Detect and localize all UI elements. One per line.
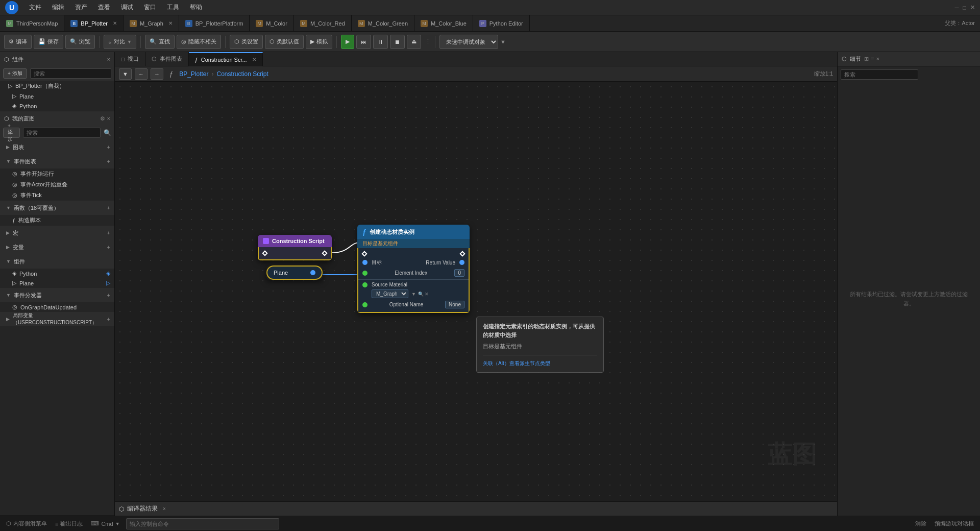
breadcrumb-bp[interactable]: BP_Plotter — [179, 70, 208, 78]
menu-edit[interactable]: 编辑 — [48, 2, 68, 13]
content-browser-btn[interactable]: ⬡ 内容侧滑菜单 — [4, 520, 49, 527]
canvas-tab-viewport[interactable]: □ 视口 — [115, 52, 145, 66]
local-vars-header[interactable]: ▶ 局部变量（USERCONSTRUCTIONSCRIPT） + — [0, 312, 114, 326]
variables-add-icon[interactable]: + — [107, 244, 110, 250]
blueprint-search-input[interactable] — [23, 128, 101, 138]
graph-section-header[interactable]: ▶ 图表 + — [0, 140, 114, 154]
minimize-btn[interactable]: ─ — [955, 5, 959, 11]
dispatchers-header[interactable]: ▼ 事件分发器 + — [0, 288, 114, 302]
mat-clear-icon[interactable]: ✕ — [425, 292, 429, 297]
play-button[interactable]: ▶ — [341, 35, 354, 49]
tab-Python_Editor[interactable]: P Python Editor — [473, 15, 530, 32]
nav-back-btn[interactable]: ← — [135, 68, 148, 80]
local-vars-add-icon[interactable]: + — [107, 316, 110, 322]
tab-M_Graph[interactable]: M M_Graph ✕ — [124, 15, 179, 32]
tab-M_Color_Blue[interactable]: M M_Color_Blue — [414, 15, 473, 32]
var-python[interactable]: ◈ Python ◈ — [0, 269, 114, 278]
settings-icon[interactable]: ⚙ — [100, 115, 105, 122]
source-material-select[interactable]: M_Graph — [372, 289, 408, 298]
construction-script-item[interactable]: ƒ 构造脚本 — [0, 215, 114, 226]
output-log-btn[interactable]: ≡ 输出日志 — [53, 520, 85, 527]
canvas-tab-construction[interactable]: ƒ Construction Scr... ✕ — [189, 52, 263, 66]
dismiss-btn[interactable]: 消除 — [913, 520, 928, 527]
components-header[interactable]: ⬡ 组件 × — [0, 52, 114, 66]
menu-file[interactable]: 文件 — [25, 2, 45, 13]
tree-item-plane[interactable]: ▷ Plane — [0, 91, 114, 101]
tab-M_Color[interactable]: M M_Color — [250, 15, 294, 32]
menu-debug[interactable]: 调试 — [117, 2, 137, 13]
console-input[interactable] — [126, 518, 279, 529]
component-search-input[interactable] — [30, 68, 111, 79]
maximize-btn[interactable]: □ — [963, 5, 966, 11]
tab-ThirdPersonMap[interactable]: M ThirdPersonMap — [0, 15, 64, 32]
compile-button[interactable]: ⚙ 编译 — [4, 35, 32, 49]
event-graph-header[interactable]: ▼ 事件图表 + — [0, 154, 114, 168]
plane-node[interactable]: Plane — [266, 266, 323, 280]
dispatchers-add-icon[interactable]: + — [107, 292, 110, 298]
event-actor-begin-overlap[interactable]: ◎ 事件Actor开始重叠 — [0, 179, 114, 190]
graph-canvas[interactable]: Construction Script Plane ⠿ — [115, 82, 837, 501]
pause-button[interactable]: ⏸ — [373, 35, 388, 49]
menu-tools[interactable]: 工具 — [163, 2, 183, 13]
tree-root[interactable]: ▷ BP_Plotter（自我） — [0, 81, 114, 91]
learn-btn[interactable]: 预编游玩对话框 — [933, 520, 976, 527]
save-button[interactable]: 💾 保存 — [34, 35, 63, 49]
macros-header[interactable]: ▶ 宏 + — [0, 226, 114, 240]
menu-help[interactable]: 帮助 — [186, 2, 206, 13]
eject-button[interactable]: ⏏ — [407, 35, 421, 49]
nav-forward-btn[interactable]: → — [151, 68, 163, 80]
compiler-close-icon[interactable]: × — [163, 506, 166, 512]
nav-dropdown-btn[interactable]: ▼ — [119, 68, 132, 80]
canvas-tab-event-graph[interactable]: ⬡ 事件图表 — [145, 52, 189, 66]
functions-add-icon[interactable]: + — [107, 205, 110, 211]
element-index-value[interactable]: 0 — [454, 269, 464, 277]
my-blueprints-header[interactable]: ⬡ 我的蓝图 ⚙ × — [0, 111, 114, 126]
simulate-button[interactable]: ▶ 模拟 — [306, 35, 332, 49]
blueprints-close-icon[interactable]: × — [107, 115, 110, 122]
step-button[interactable]: ⏭ — [356, 35, 371, 49]
debug-object-select[interactable]: 未选中调试对象 — [439, 35, 498, 49]
details-search-input[interactable] — [841, 69, 918, 80]
functions-header[interactable]: ▼ 函数（18可覆盖） + — [0, 201, 114, 215]
right-grid-icon[interactable]: ⊞ — [864, 56, 869, 62]
var-plane[interactable]: ▷ Plane ▷ — [0, 278, 114, 288]
tab-close-mgraph[interactable]: ✕ — [168, 20, 173, 26]
hide-button[interactable]: ◎ 隐藏不相关 — [177, 35, 221, 49]
tab-close-bp-plotter[interactable]: ✕ — [113, 20, 117, 26]
on-graph-data-updated[interactable]: ◎ OnGraphDataUpdated — [0, 302, 114, 312]
menu-window[interactable]: 窗口 — [140, 2, 160, 13]
components-sub-header[interactable]: ▼ 组件 — [0, 254, 114, 269]
class-defaults-button[interactable]: ⬡ 类默认值 — [265, 35, 304, 49]
find-button[interactable]: 🔍 直找 — [145, 35, 175, 49]
event-begin-play[interactable]: ◎ 事件开始运行 — [0, 168, 114, 179]
exec-in-pin — [361, 251, 367, 256]
class-settings-button[interactable]: ⬡ 类设置 — [230, 35, 263, 49]
stop-button[interactable]: ⏹ — [390, 35, 405, 49]
create-material-node[interactable]: ⠿ ƒ 创建动态材质实例 目标是基元组件 — [357, 225, 470, 313]
right-close-icon[interactable]: × — [876, 56, 879, 62]
variables-header[interactable]: ▶ 变量 + — [0, 240, 114, 254]
close-btn[interactable]: ✕ — [970, 4, 975, 11]
optional-name-value[interactable]: None — [445, 301, 464, 308]
construction-tab-close[interactable]: ✕ — [252, 57, 256, 62]
add-component-button[interactable]: + 添加 — [3, 68, 27, 79]
tree-item-python[interactable]: ◈ Python — [0, 101, 114, 111]
tab-M_Color_Green[interactable]: M M_Color_Green — [352, 15, 414, 32]
add-blueprint-button[interactable]: + 添加 — [3, 128, 20, 138]
event-graph-add-icon[interactable]: + — [107, 158, 110, 164]
components-close-icon[interactable]: × — [107, 56, 110, 62]
diff-button[interactable]: ⬦ 对比 ▼ — [104, 35, 136, 49]
mat-browse-icon[interactable]: 🔍 — [418, 292, 424, 297]
tab-BP_Plotter[interactable]: B BP_Plotter ✕ — [64, 15, 124, 32]
browse-button[interactable]: 🔍 浏览 — [65, 35, 95, 49]
tooltip-link[interactable]: 关联（Alt）查看派生节点类型 — [483, 359, 597, 367]
right-list-icon[interactable]: ≡ — [871, 56, 874, 62]
macros-add-icon[interactable]: + — [107, 230, 110, 236]
tab-M_Color_Red[interactable]: M M_Color_Red — [294, 15, 352, 32]
menu-view[interactable]: 查看 — [94, 2, 114, 13]
graph-add-icon[interactable]: + — [107, 144, 110, 150]
menu-asset[interactable]: 资产 — [71, 2, 91, 13]
tab-BP_PlotterPlatform[interactable]: B BP_PlotterPlatform — [179, 15, 250, 32]
construction-script-node[interactable]: Construction Script — [258, 235, 332, 260]
event-tick[interactable]: ◎ 事件Tick — [0, 190, 114, 201]
